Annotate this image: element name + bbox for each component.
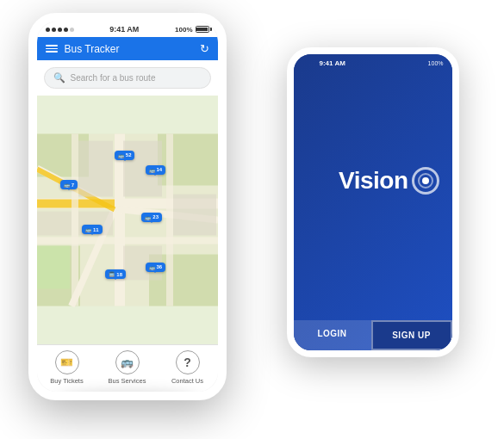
logo-text: Vision xyxy=(339,167,408,195)
svg-rect-17 xyxy=(173,195,216,236)
back-phone-logo: Vision xyxy=(294,67,452,320)
back-battery: 100% xyxy=(428,60,444,66)
svg-rect-14 xyxy=(166,134,173,306)
back-phone-status-bar: 9:41 AM 100% xyxy=(294,54,452,67)
svg-rect-12 xyxy=(37,238,218,244)
map-svg xyxy=(37,96,218,344)
signal-dots xyxy=(46,28,74,32)
bus-label-1: 52 xyxy=(126,152,132,158)
bus-services-label: Bus Services xyxy=(109,377,146,385)
battery-percent: 100% xyxy=(175,26,192,34)
search-box[interactable]: 🔍 Search for a bus route xyxy=(44,67,211,89)
bus-label-3: 7 xyxy=(72,182,74,188)
buy-tickets-icon: 🎫 xyxy=(55,350,79,374)
dot1 xyxy=(46,28,50,32)
app-scene: 9:41 AM 100% Vision LOGIN SIGN UP xyxy=(28,13,476,426)
bus-icon-1: 🚌 xyxy=(118,152,124,158)
bus-icon-4: 🚌 xyxy=(145,214,151,220)
svg-rect-21 xyxy=(37,246,70,289)
bus-icon-5: 🚌 xyxy=(85,226,91,232)
bus-marker-2[interactable]: 🚌 14 xyxy=(146,165,166,175)
nav-bus-services[interactable]: 🚌 Bus Services xyxy=(97,350,158,385)
bus-label-2: 14 xyxy=(157,167,163,172)
logo-ring xyxy=(418,173,433,189)
nav-buy-tickets[interactable]: 🎫 Buy Tickets xyxy=(37,350,97,385)
bottom-nav: 🎫 Buy Tickets 🚌 Bus Services ? Contact U… xyxy=(37,344,218,392)
status-bar: 9:41 AM 100% xyxy=(37,22,218,37)
search-placeholder: Search for a bus route xyxy=(71,73,156,83)
battery-icon xyxy=(196,26,209,33)
contact-us-icon: ? xyxy=(176,350,200,374)
bus-marker-7[interactable]: 🚍 18 xyxy=(105,269,126,279)
svg-rect-15 xyxy=(78,141,113,197)
bus-services-icon: 🚌 xyxy=(115,350,140,374)
hamburger-line-1 xyxy=(46,45,58,46)
bus-icon-2: 🚌 xyxy=(149,167,155,173)
back-status-time: 9:41 AM xyxy=(320,59,345,67)
auth-buttons: LOGIN SIGN UP xyxy=(294,320,452,350)
contact-us-label: Contact Us xyxy=(171,377,203,385)
hamburger-line-3 xyxy=(46,51,58,53)
map-area[interactable]: 🚌 52 🚌 14 🚌 7 🚌 23 🚌 11 xyxy=(37,96,218,344)
buy-tickets-label: Buy Tickets xyxy=(50,377,83,385)
signup-button[interactable]: SIGN UP xyxy=(371,320,452,350)
bus-marker-5[interactable]: 🚌 11 xyxy=(82,225,103,234)
logo-icon xyxy=(412,167,439,195)
search-icon: 🔍 xyxy=(53,72,65,83)
bus-icon-3: 🚌 xyxy=(64,182,70,188)
battery-fill xyxy=(196,28,208,31)
phone-front: 9:41 AM 100% Bus Tracker ↻ xyxy=(28,13,227,400)
app-bar: Bus Tracker ↻ xyxy=(37,37,218,60)
bus-icon-6: 🚌 xyxy=(149,264,155,270)
login-button[interactable]: LOGIN xyxy=(294,320,371,350)
bus-label-7: 18 xyxy=(116,272,122,277)
svg-rect-13 xyxy=(72,134,78,306)
dot3 xyxy=(58,28,62,32)
bus-marker-4[interactable]: 🚌 23 xyxy=(141,213,162,222)
nav-contact-us[interactable]: ? Contact Us xyxy=(158,350,218,385)
status-right: 100% xyxy=(175,26,208,34)
hamburger-line-2 xyxy=(46,48,58,50)
bus-label-6: 36 xyxy=(157,264,163,269)
refresh-icon[interactable]: ↻ xyxy=(200,42,209,55)
status-time: 9:41 AM xyxy=(109,25,139,34)
bus-marker-6[interactable]: 🚌 36 xyxy=(146,263,166,272)
bus-label-4: 23 xyxy=(152,214,159,220)
app-title: Bus Tracker xyxy=(65,43,193,55)
phone-back: 9:41 AM 100% Vision LOGIN SIGN UP xyxy=(287,47,459,357)
search-bar: 🔍 Search for a bus route xyxy=(37,60,218,96)
dot5 xyxy=(70,28,74,32)
dot4 xyxy=(64,28,68,32)
svg-rect-18 xyxy=(37,212,72,236)
bus-marker-3[interactable]: 🚌 7 xyxy=(60,180,78,189)
bus-marker-1[interactable]: 🚌 52 xyxy=(115,151,135,160)
bus-label-5: 11 xyxy=(93,227,99,232)
dot2 xyxy=(52,28,56,32)
hamburger-menu[interactable] xyxy=(46,45,58,53)
bus-icon-7: 🚍 xyxy=(109,271,115,277)
